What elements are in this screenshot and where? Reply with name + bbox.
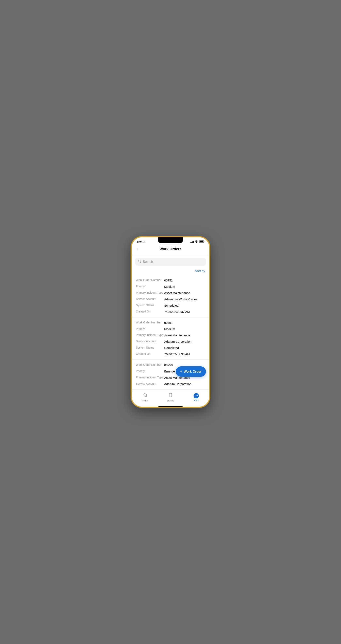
table-row: Created On7/23/2024 9:35 AM bbox=[136, 352, 205, 356]
status-icons bbox=[190, 240, 204, 243]
phone-frame: 12:13 bbox=[131, 236, 210, 408]
page-header: ‹ Work Orders bbox=[132, 244, 209, 255]
field-label: Primary Incident Type bbox=[136, 333, 164, 338]
field-label: Work Order Number bbox=[136, 320, 164, 325]
field-label: Created On bbox=[136, 352, 164, 356]
table-row: PriorityMedium bbox=[136, 327, 205, 331]
search-icon bbox=[138, 260, 141, 264]
table-row: Primary Incident TypeAsset Maintenance bbox=[136, 333, 205, 338]
back-button[interactable]: ‹ bbox=[136, 246, 142, 252]
field-label: Priority bbox=[136, 284, 164, 289]
more-icon-circle: ••• bbox=[194, 393, 199, 398]
nav-item-home[interactable]: Home bbox=[139, 393, 151, 402]
table-row: System StatusCompleted bbox=[136, 346, 205, 350]
search-bar[interactable]: Search bbox=[135, 258, 206, 266]
field-label: Primary Incident Type bbox=[136, 376, 164, 380]
field-value: 7/23/2024 9:35 AM bbox=[164, 352, 205, 356]
field-value: Medium bbox=[164, 284, 205, 289]
nav-item-more[interactable]: ••• More bbox=[190, 393, 202, 402]
field-label: Created On bbox=[136, 310, 164, 314]
field-label: Work Order Number bbox=[136, 363, 164, 367]
more-dots-icon: ••• bbox=[194, 394, 198, 398]
field-value: 7/23/2024 9:37 AM bbox=[164, 310, 205, 314]
field-value: 00752 bbox=[164, 278, 205, 282]
main-content: Search Sort by Work Order Number00752Pri… bbox=[132, 255, 209, 391]
wifi-icon bbox=[195, 240, 198, 243]
table-row: Work Order Number00752 bbox=[136, 278, 205, 282]
field-label: Primary Incident Type bbox=[136, 291, 164, 295]
home-indicator bbox=[158, 406, 183, 407]
svg-rect-1 bbox=[204, 241, 204, 242]
sort-bar: Sort by bbox=[132, 268, 209, 275]
table-row: Service AccountAdatum Corporation bbox=[136, 340, 205, 344]
library-icon bbox=[168, 393, 173, 399]
page-title: Work Orders bbox=[142, 247, 199, 251]
nav-label-library: Library bbox=[167, 400, 174, 402]
field-label: System Status bbox=[136, 346, 164, 350]
field-value: Asset Maintenance bbox=[164, 333, 205, 338]
field-value: Adatum Corporation bbox=[164, 382, 205, 386]
field-value: Scheduled bbox=[164, 303, 205, 308]
bottom-nav: Home Library ••• More bbox=[132, 391, 209, 405]
field-label: Service Account bbox=[136, 340, 164, 344]
svg-rect-5 bbox=[170, 393, 171, 397]
field-label: Service Account bbox=[136, 382, 164, 386]
table-row: Service AccountAdventure Works Cycles bbox=[136, 297, 205, 301]
field-label: Service Account bbox=[136, 297, 164, 301]
field-value: 00751 bbox=[164, 320, 205, 325]
table-row: Service AccountAdatum Corporation bbox=[136, 382, 205, 386]
table-row: PriorityMedium bbox=[136, 284, 205, 289]
signal-icon bbox=[190, 241, 194, 243]
battery-icon bbox=[199, 240, 204, 243]
nav-label-home: Home bbox=[142, 400, 148, 402]
search-placeholder: Search bbox=[143, 260, 153, 264]
field-value: Completed bbox=[164, 346, 205, 350]
field-label: System Status bbox=[136, 303, 164, 308]
field-value: Medium bbox=[164, 327, 205, 331]
phone-screen: 12:13 bbox=[132, 237, 209, 407]
status-time: 12:13 bbox=[137, 240, 144, 244]
fab-plus-icon: + bbox=[180, 369, 183, 374]
field-label: Priority bbox=[136, 327, 164, 331]
field-value: Asset Maintenance bbox=[164, 291, 205, 295]
nav-label-more: More bbox=[194, 399, 199, 402]
fab-label: Work Order bbox=[184, 370, 202, 374]
work-order-card-1[interactable]: Work Order Number00752PriorityMediumPrim… bbox=[132, 275, 209, 317]
work-order-card-2[interactable]: Work Order Number00751PriorityMediumPrim… bbox=[132, 317, 209, 360]
field-value: Adventure Works Cycles bbox=[164, 297, 205, 301]
svg-rect-4 bbox=[169, 393, 170, 397]
field-label: Work Order Number bbox=[136, 278, 164, 282]
search-container: Search bbox=[132, 255, 209, 268]
home-icon bbox=[142, 393, 147, 399]
table-row: Work Order Number00751 bbox=[136, 320, 205, 325]
fab-container: + Work Order bbox=[176, 366, 206, 377]
field-value: Adatum Corporation bbox=[164, 340, 205, 344]
table-row: Created On7/23/2024 9:37 AM bbox=[136, 310, 205, 314]
create-work-order-button[interactable]: + Work Order bbox=[176, 366, 206, 377]
nav-item-library[interactable]: Library bbox=[164, 393, 177, 402]
svg-rect-2 bbox=[200, 241, 203, 242]
table-row: Primary Incident TypeAsset Maintenance bbox=[136, 291, 205, 295]
notch bbox=[158, 237, 183, 243]
sort-by-button[interactable]: Sort by bbox=[195, 269, 205, 273]
table-row: System StatusScheduled bbox=[136, 303, 205, 308]
field-label: Priority bbox=[136, 369, 164, 374]
